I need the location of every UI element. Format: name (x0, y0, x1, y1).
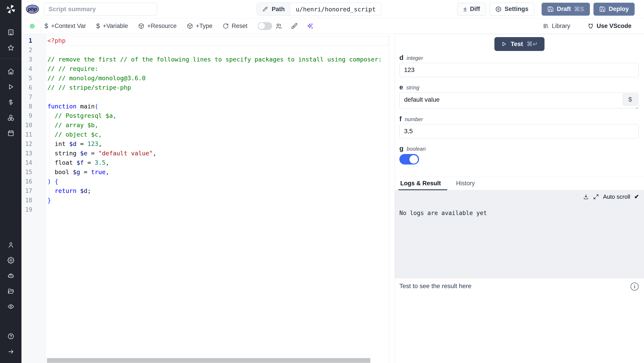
sidebar-item-resources[interactable] (0, 110, 22, 125)
sidebar-item-folders[interactable] (0, 283, 22, 299)
download-icon[interactable] (583, 194, 589, 200)
code-lines[interactable]: <?php// remove the first // of the follo… (46, 34, 389, 363)
script-summary-input[interactable] (44, 3, 157, 16)
windmill-logo[interactable] (0, 0, 22, 18)
account-icon (8, 241, 14, 248)
add-resource-button[interactable]: +Resource (138, 22, 176, 29)
path-label: Path (272, 6, 285, 13)
pencil-icon (262, 6, 268, 12)
field-f-input[interactable] (399, 124, 639, 138)
field-e-textarea[interactable]: default value (399, 92, 639, 108)
draft-shortcut: ⌘S (574, 5, 584, 13)
workspace-icon (8, 29, 14, 36)
code-line[interactable] (46, 45, 389, 55)
draft-button[interactable]: Draft ⌘S (542, 3, 590, 16)
diff-mode-toggle[interactable] (258, 22, 272, 30)
sidebar-item-variables[interactable] (0, 94, 22, 110)
horizontal-scrollbar[interactable] (47, 358, 370, 363)
sidebar-group-footer (0, 329, 22, 360)
library-button[interactable]: Library (543, 22, 570, 29)
sidebar-item-workers[interactable] (0, 268, 22, 283)
sidebar-item-help[interactable] (0, 329, 22, 344)
code-line[interactable]: // Postgresql $a, (46, 111, 389, 120)
code-line[interactable]: function main( (46, 102, 389, 111)
ai-sparkles-icon[interactable] (306, 23, 313, 29)
package-icon (187, 23, 193, 29)
workers-icon (8, 272, 14, 279)
play-icon (501, 41, 507, 47)
use-vscode-button[interactable]: Use VScode (588, 22, 632, 29)
path-value[interactable]: u/henri/honored_script (290, 3, 381, 15)
app-root: php Path u/henri/honored_script ± Diff (0, 0, 644, 363)
variables-icon (8, 99, 14, 106)
result-section: Test to see the result here i (395, 278, 644, 363)
sidebar-group-top (0, 24, 22, 55)
dollar-icon: $ (44, 22, 48, 30)
sidebar-item-home[interactable] (0, 64, 22, 79)
code-line[interactable]: // array $b, (46, 120, 389, 130)
sidebar-item-schedules[interactable] (0, 125, 22, 141)
top-header: php Path u/henri/honored_script ± Diff (22, 0, 644, 18)
sidebar-item-settings[interactable] (0, 253, 22, 268)
field-d-input[interactable] (399, 63, 639, 77)
audit-logs-icon (8, 303, 14, 310)
sidebar-item-audit-logs[interactable] (0, 299, 22, 314)
run-panel: Test ⌘↵ d integer e string (395, 34, 644, 363)
sidebar-item-runs[interactable] (0, 79, 22, 94)
code-line[interactable]: // remove the first // of the following … (46, 55, 389, 64)
tab-logs-result[interactable]: Logs & Result (399, 180, 442, 190)
field-d-label: d integer (399, 54, 639, 61)
expand-icon[interactable] (593, 194, 599, 200)
code-line[interactable]: // // require: (46, 64, 389, 73)
deploy-button[interactable]: Deploy (594, 3, 634, 16)
code-line[interactable] (46, 205, 389, 214)
code-line[interactable]: string $e = "default value", (46, 149, 389, 158)
diff-button[interactable]: ± Diff (457, 3, 486, 16)
package-icon (138, 23, 144, 29)
reset-button[interactable]: Reset (223, 22, 248, 29)
code-line[interactable]: return $d; (46, 186, 389, 196)
code-line[interactable] (46, 92, 389, 102)
format-brush-icon[interactable] (291, 23, 298, 29)
sidebar-item-account[interactable] (0, 237, 22, 253)
path-control[interactable]: Path u/henri/honored_script (257, 3, 381, 16)
code-line[interactable]: bool $g = true, (46, 167, 389, 177)
code-line[interactable]: } (46, 196, 389, 205)
code-line[interactable]: // object $c, (46, 130, 389, 139)
status-dot (30, 24, 35, 29)
sidebar-item-expand-sidebar[interactable] (0, 344, 22, 360)
field-g-label: g boolean (399, 145, 639, 152)
info-icon[interactable]: i (630, 283, 639, 291)
code-line[interactable]: // // monolog/monolog@3.6.0 (46, 73, 389, 83)
test-button[interactable]: Test ⌘↵ (494, 37, 544, 51)
variable-picker-button[interactable]: $ (623, 93, 638, 105)
dollar-icon: $ (96, 22, 100, 30)
add-type-button[interactable]: +Type (187, 22, 212, 29)
logs-box: Auto scroll ✔ No logs are available yet (395, 190, 644, 278)
code-editor[interactable]: 12345678910111213141516171819 <?php// re… (22, 34, 389, 363)
code-line[interactable]: int $d = 123, (46, 139, 389, 149)
sidebar-group-secondary (0, 237, 22, 314)
code-line[interactable]: // // stripe/stripe-php (46, 83, 389, 92)
users-icon[interactable] (275, 23, 282, 29)
auto-scroll-label: Auto scroll (603, 193, 630, 200)
field-f-label: f number (399, 115, 639, 123)
result-placeholder: Test to see the result here (399, 283, 471, 290)
check-icon[interactable]: ✔ (634, 193, 639, 200)
code-line[interactable]: float $f = 3.5, (46, 158, 389, 167)
tab-history[interactable]: History (455, 180, 476, 190)
code-line[interactable]: <?php (46, 36, 389, 45)
code-line[interactable]: ) { (46, 177, 389, 186)
sidebar-item-favorites[interactable] (0, 40, 22, 55)
panel-splitter[interactable] (389, 34, 395, 363)
resize-handle-icon[interactable] (634, 106, 638, 109)
settings-button[interactable]: Settings (490, 3, 534, 16)
library-icon (543, 23, 549, 29)
sidebar-item-workspace[interactable] (0, 24, 22, 40)
runs-icon (8, 83, 14, 90)
save-icon (599, 6, 606, 12)
add-variable-button[interactable]: $ +Variable (96, 22, 128, 30)
no-logs-message: No logs are available yet (399, 210, 639, 216)
field-g-toggle[interactable] (399, 154, 419, 165)
add-context-var-button[interactable]: $ +Context Var (44, 22, 86, 30)
